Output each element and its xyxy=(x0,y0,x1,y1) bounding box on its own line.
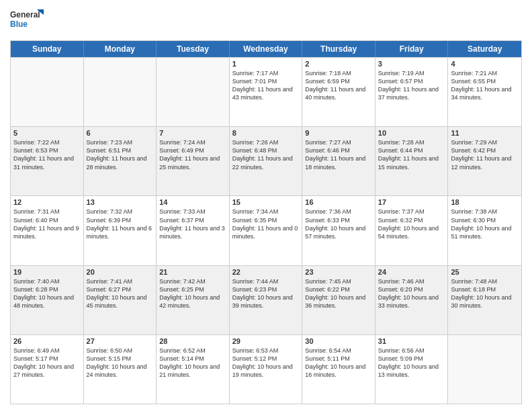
empty-cell xyxy=(157,58,230,126)
cell-info: Sunrise: 7:22 AMSunset: 6:53 PMDaylight:… xyxy=(13,138,81,171)
day-cell-15: 15Sunrise: 7:34 AMSunset: 6:35 PMDayligh… xyxy=(230,196,303,265)
day-number: 1 xyxy=(232,60,300,68)
day-number: 5 xyxy=(13,129,81,137)
day-number: 19 xyxy=(13,268,81,276)
day-cell-12: 12Sunrise: 7:31 AMSunset: 6:40 PMDayligh… xyxy=(11,196,84,265)
cell-info: Sunrise: 6:54 AMSunset: 5:11 PMDaylight:… xyxy=(305,347,372,379)
day-number: 14 xyxy=(159,198,226,206)
cell-info: Sunrise: 7:37 AMSunset: 6:32 PMDaylight:… xyxy=(378,208,445,240)
day-number: 16 xyxy=(305,198,372,206)
cell-info: Sunrise: 6:50 AMSunset: 5:15 PMDaylight:… xyxy=(87,347,154,379)
cell-info: Sunrise: 7:40 AMSunset: 6:28 PMDaylight:… xyxy=(13,277,81,310)
day-cell-27: 27Sunrise: 6:50 AMSunset: 5:15 PMDayligh… xyxy=(84,335,157,404)
day-number: 28 xyxy=(159,337,226,345)
cell-info: Sunrise: 7:46 AMSunset: 6:20 PMDaylight:… xyxy=(378,277,445,310)
cell-info: Sunrise: 7:34 AMSunset: 6:35 PMDaylight:… xyxy=(232,208,300,240)
day-number: 9 xyxy=(305,129,372,137)
cell-info: Sunrise: 7:31 AMSunset: 6:40 PMDaylight:… xyxy=(13,208,81,240)
day-cell-24: 24Sunrise: 7:46 AMSunset: 6:20 PMDayligh… xyxy=(375,266,449,334)
cell-info: Sunrise: 7:38 AMSunset: 6:30 PMDaylight:… xyxy=(451,208,519,240)
cell-info: Sunrise: 6:53 AMSunset: 5:12 PMDaylight:… xyxy=(232,347,300,379)
empty-cell xyxy=(11,58,84,126)
week-row-4: 19Sunrise: 7:40 AMSunset: 6:28 PMDayligh… xyxy=(11,265,521,334)
page: General Blue SundayMondayTuesdayWednesda… xyxy=(0,0,532,411)
day-cell-5: 5Sunrise: 7:22 AMSunset: 6:53 PMDaylight… xyxy=(11,127,84,195)
svg-text:Blue: Blue xyxy=(10,19,28,29)
cell-info: Sunrise: 7:44 AMSunset: 6:23 PMDaylight:… xyxy=(232,277,300,310)
day-number: 21 xyxy=(159,268,226,276)
empty-cell xyxy=(448,335,521,404)
day-cell-29: 29Sunrise: 6:53 AMSunset: 5:12 PMDayligh… xyxy=(230,335,303,404)
cell-info: Sunrise: 7:27 AMSunset: 6:46 PMDaylight:… xyxy=(305,138,372,171)
day-number: 31 xyxy=(378,337,445,345)
day-cell-3: 3Sunrise: 7:19 AMSunset: 6:57 PMDaylight… xyxy=(375,58,449,126)
cell-info: Sunrise: 7:21 AMSunset: 6:55 PMDaylight:… xyxy=(451,69,519,102)
day-number: 30 xyxy=(305,337,372,345)
day-number: 17 xyxy=(378,198,445,206)
calendar-header: SundayMondayTuesdayWednesdayThursdayFrid… xyxy=(11,41,521,57)
cell-info: Sunrise: 7:17 AMSunset: 7:01 PMDaylight:… xyxy=(232,69,300,102)
day-number: 10 xyxy=(378,129,445,137)
day-cell-25: 25Sunrise: 7:48 AMSunset: 6:18 PMDayligh… xyxy=(448,266,521,334)
cell-info: Sunrise: 7:32 AMSunset: 6:39 PMDaylight:… xyxy=(87,208,154,240)
cell-info: Sunrise: 6:56 AMSunset: 5:09 PMDaylight:… xyxy=(378,347,445,379)
day-cell-1: 1Sunrise: 7:17 AMSunset: 7:01 PMDaylight… xyxy=(230,58,303,126)
day-cell-11: 11Sunrise: 7:29 AMSunset: 6:42 PMDayligh… xyxy=(448,127,521,195)
day-cell-9: 9Sunrise: 7:27 AMSunset: 6:46 PMDaylight… xyxy=(302,127,375,195)
day-cell-14: 14Sunrise: 7:33 AMSunset: 6:37 PMDayligh… xyxy=(157,196,230,265)
header-day-sunday: Sunday xyxy=(11,41,84,57)
cell-info: Sunrise: 7:26 AMSunset: 6:48 PMDaylight:… xyxy=(232,138,300,171)
day-number: 11 xyxy=(451,129,519,137)
cell-info: Sunrise: 7:45 AMSunset: 6:22 PMDaylight:… xyxy=(305,277,372,310)
calendar: SundayMondayTuesdayWednesdayThursdayFrid… xyxy=(10,40,522,404)
empty-cell xyxy=(84,58,157,126)
day-number: 13 xyxy=(87,198,154,206)
cell-info: Sunrise: 7:42 AMSunset: 6:25 PMDaylight:… xyxy=(159,277,226,310)
day-cell-28: 28Sunrise: 6:52 AMSunset: 5:14 PMDayligh… xyxy=(157,335,230,404)
header-day-monday: Monday xyxy=(84,41,157,57)
day-cell-19: 19Sunrise: 7:40 AMSunset: 6:28 PMDayligh… xyxy=(11,266,84,334)
day-cell-7: 7Sunrise: 7:24 AMSunset: 6:49 PMDaylight… xyxy=(157,127,230,195)
cell-info: Sunrise: 7:48 AMSunset: 6:18 PMDaylight:… xyxy=(451,277,519,310)
week-row-3: 12Sunrise: 7:31 AMSunset: 6:40 PMDayligh… xyxy=(11,195,521,265)
day-number: 23 xyxy=(305,268,372,276)
day-cell-20: 20Sunrise: 7:41 AMSunset: 6:27 PMDayligh… xyxy=(84,266,157,334)
day-cell-31: 31Sunrise: 6:56 AMSunset: 5:09 PMDayligh… xyxy=(375,335,449,404)
day-number: 12 xyxy=(13,198,81,206)
day-number: 29 xyxy=(232,337,300,345)
day-number: 25 xyxy=(451,268,519,276)
day-number: 20 xyxy=(87,268,154,276)
cell-info: Sunrise: 7:28 AMSunset: 6:44 PMDaylight:… xyxy=(378,138,445,171)
day-cell-6: 6Sunrise: 7:23 AMSunset: 6:51 PMDaylight… xyxy=(84,127,157,195)
calendar-body: 1Sunrise: 7:17 AMSunset: 7:01 PMDaylight… xyxy=(11,57,521,404)
day-number: 3 xyxy=(378,60,445,68)
day-cell-8: 8Sunrise: 7:26 AMSunset: 6:48 PMDaylight… xyxy=(230,127,303,195)
cell-info: Sunrise: 7:18 AMSunset: 6:59 PMDaylight:… xyxy=(305,69,372,102)
header-day-friday: Friday xyxy=(375,41,449,57)
day-cell-21: 21Sunrise: 7:42 AMSunset: 6:25 PMDayligh… xyxy=(157,266,230,334)
day-cell-2: 2Sunrise: 7:18 AMSunset: 6:59 PMDaylight… xyxy=(302,58,375,126)
day-number: 26 xyxy=(13,337,81,345)
header-day-thursday: Thursday xyxy=(302,41,375,57)
day-number: 4 xyxy=(451,60,519,68)
day-number: 18 xyxy=(451,198,519,206)
cell-info: Sunrise: 7:29 AMSunset: 6:42 PMDaylight:… xyxy=(451,138,519,171)
header-day-wednesday: Wednesday xyxy=(230,41,303,57)
header: General Blue xyxy=(10,7,522,35)
day-cell-23: 23Sunrise: 7:45 AMSunset: 6:22 PMDayligh… xyxy=(302,266,375,334)
day-number: 2 xyxy=(305,60,372,68)
day-number: 27 xyxy=(87,337,154,345)
day-cell-26: 26Sunrise: 6:49 AMSunset: 5:17 PMDayligh… xyxy=(11,335,84,404)
day-number: 8 xyxy=(232,129,300,137)
day-cell-30: 30Sunrise: 6:54 AMSunset: 5:11 PMDayligh… xyxy=(302,335,375,404)
cell-info: Sunrise: 7:41 AMSunset: 6:27 PMDaylight:… xyxy=(87,277,154,310)
day-cell-16: 16Sunrise: 7:36 AMSunset: 6:33 PMDayligh… xyxy=(302,196,375,265)
day-cell-22: 22Sunrise: 7:44 AMSunset: 6:23 PMDayligh… xyxy=(230,266,303,334)
day-cell-18: 18Sunrise: 7:38 AMSunset: 6:30 PMDayligh… xyxy=(448,196,521,265)
week-row-1: 1Sunrise: 7:17 AMSunset: 7:01 PMDaylight… xyxy=(11,57,521,126)
week-row-2: 5Sunrise: 7:22 AMSunset: 6:53 PMDaylight… xyxy=(11,126,521,195)
day-cell-17: 17Sunrise: 7:37 AMSunset: 6:32 PMDayligh… xyxy=(375,196,449,265)
logo: General Blue xyxy=(10,7,44,35)
week-row-5: 26Sunrise: 6:49 AMSunset: 5:17 PMDayligh… xyxy=(11,334,521,404)
day-cell-4: 4Sunrise: 7:21 AMSunset: 6:55 PMDaylight… xyxy=(448,58,521,126)
